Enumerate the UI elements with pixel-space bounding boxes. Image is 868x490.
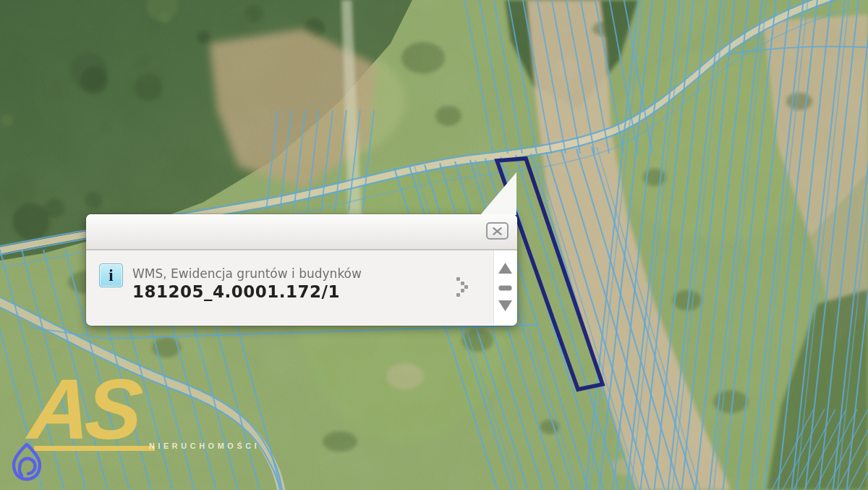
parcel-id: 181205_4.0001.172/1 [132, 282, 340, 301]
popup-header[interactable] [86, 214, 517, 250]
popup-pointer [480, 172, 518, 215]
layer-title: WMS, Ewidencja gruntów i budynków [132, 266, 362, 281]
close-button[interactable] [486, 222, 509, 240]
house-logo-icon [9, 442, 45, 483]
brand-logo-text: AS [26, 366, 140, 452]
popup-body: i WMS, Ewidencja gruntów i budynków 1812… [86, 250, 517, 326]
popup-scrollbar[interactable] [493, 250, 516, 325]
info-icon: i [99, 263, 123, 287]
brand-underline [34, 446, 155, 451]
arrow-down-icon [498, 299, 513, 312]
chevron-right-icon [454, 275, 474, 298]
map-application-window: AS NIERUCHOMOŚCI i WMS, Ewidencja gruntó… [0, 0, 868, 490]
close-icon [492, 227, 503, 236]
brand-subtitle: NIERUCHOMOŚCI [149, 442, 260, 450]
scroll-down-button[interactable] [498, 299, 513, 312]
scroll-thumb[interactable] [498, 283, 513, 290]
next-feature-button[interactable] [454, 275, 474, 298]
arrow-up-icon [498, 262, 513, 275]
minus-icon [498, 284, 513, 292]
feature-info-popup: i WMS, Ewidencja gruntów i budynków 1812… [86, 214, 517, 326]
scroll-up-button[interactable] [498, 262, 513, 275]
